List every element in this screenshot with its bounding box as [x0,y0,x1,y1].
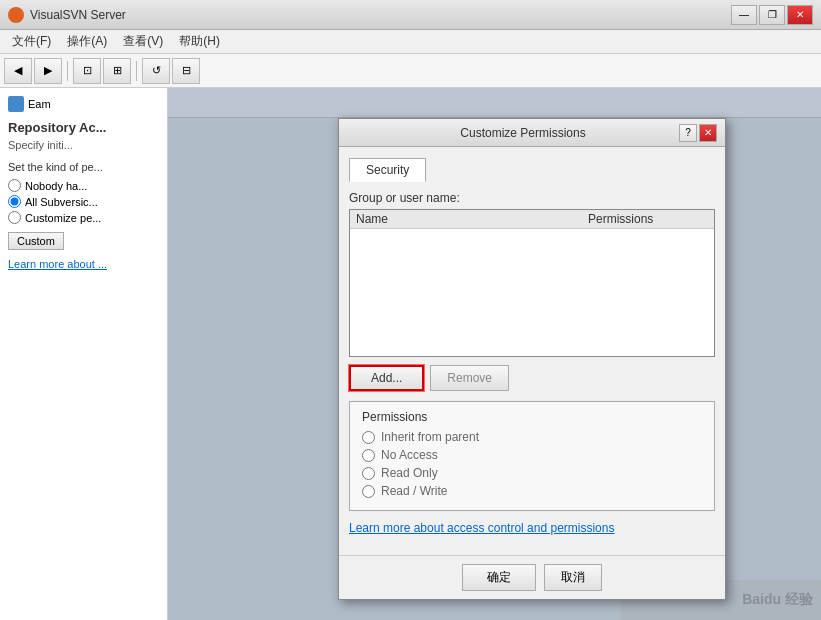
perm-read-write-label: Read / Write [381,484,447,498]
title-bar-controls: — ❐ ✕ [731,5,813,25]
button-row: Add... Remove [349,365,715,391]
window-title: VisualSVN Server [30,8,126,22]
menu-bar: 文件(F) 操作(A) 查看(V) 帮助(H) [0,30,821,54]
perm-inherit-label: Inherit from parent [381,430,479,444]
col-permissions-header: Permissions [588,212,708,226]
perm-no-access[interactable]: No Access [362,448,702,462]
main-content: Eam Repository Ac... Specify initi... Se… [0,88,821,620]
radio-custom[interactable]: Customize pe... [8,211,159,224]
perm-read-write-radio[interactable] [362,485,375,498]
radio-all-input[interactable] [8,195,21,208]
title-bar: VisualSVN Server — ❐ ✕ [0,0,821,30]
set-kind-label: Set the kind of pe... [8,161,159,173]
toolbar-btn-2[interactable]: ⊞ [103,58,131,84]
forward-button[interactable]: ▶ [34,58,62,84]
menu-action[interactable]: 操作(A) [59,31,115,52]
menu-view[interactable]: 查看(V) [115,31,171,52]
sidebar-item-eam: Eam [8,96,159,112]
back-button[interactable]: ◀ [4,58,32,84]
custom-button[interactable]: Custom [8,232,64,250]
toolbar-btn-1[interactable]: ⊡ [73,58,101,84]
dialog-body: Security Group or user name: Name Permis… [339,147,725,555]
tab-security[interactable]: Security [349,158,426,182]
restore-button[interactable]: ❐ [759,5,785,25]
radio-nobody[interactable]: Nobody ha... [8,179,159,192]
dialog-learn-more[interactable]: Learn more about access control and perm… [349,521,715,535]
group-user-listbox: Name Permissions [349,209,715,357]
menu-file[interactable]: 文件(F) [4,31,59,52]
perm-no-access-label: No Access [381,448,438,462]
permissions-title: Permissions [362,410,702,424]
radio-all[interactable]: All Subversic... [8,195,159,208]
repository-access-title: Repository Ac... [8,120,159,135]
list-body [350,229,714,351]
toolbar: ◀ ▶ ⊡ ⊞ ↺ ⊟ [0,54,821,88]
toolbar-separator-1 [67,61,68,81]
toolbar-separator-2 [136,61,137,81]
visualsvn-icon [8,7,24,23]
tab-bar: Security [349,157,715,181]
permissions-group: Permissions Inherit from parent No Acces… [349,401,715,511]
menu-help[interactable]: 帮助(H) [171,31,228,52]
dialog-footer: 确定 取消 [339,555,725,599]
ok-button[interactable]: 确定 [462,564,536,591]
radio-nobody-input[interactable] [8,179,21,192]
repository-access-subtitle: Specify initi... [8,139,159,151]
perm-read-only[interactable]: Read Only [362,466,702,480]
radio-custom-label: Customize pe... [25,212,101,224]
perm-read-only-label: Read Only [381,466,438,480]
col-name-header: Name [356,212,588,226]
dialog-titlebar: Customize Permissions ? ✕ [339,119,725,147]
perm-read-only-radio[interactable] [362,467,375,480]
dialog-title-buttons: ? ✕ [679,124,717,142]
sidebar-eam-label: Eam [28,98,51,110]
right-panel: Customize Permissions ? ✕ Security Group… [168,88,821,620]
group-user-label: Group or user name: [349,191,715,205]
dialog-help-button[interactable]: ? [679,124,697,142]
radio-all-label: All Subversic... [25,196,98,208]
customize-permissions-dialog: Customize Permissions ? ✕ Security Group… [338,118,726,600]
cancel-button[interactable]: 取消 [544,564,602,591]
add-button[interactable]: Add... [349,365,424,391]
perm-no-access-radio[interactable] [362,449,375,462]
remove-button[interactable]: Remove [430,365,509,391]
toolbar-btn-3[interactable]: ↺ [142,58,170,84]
toolbar-btn-4[interactable]: ⊟ [172,58,200,84]
perm-inherit-radio[interactable] [362,431,375,444]
access-radio-group: Nobody ha... All Subversic... Customize … [8,179,159,224]
sidebar-learn-more[interactable]: Learn more about ... [8,258,159,270]
perm-inherit[interactable]: Inherit from parent [362,430,702,444]
eam-icon [8,96,24,112]
list-header: Name Permissions [350,210,714,229]
perm-read-write[interactable]: Read / Write [362,484,702,498]
sidebar: Eam Repository Ac... Specify initi... Se… [0,88,168,620]
title-bar-left: VisualSVN Server [8,7,126,23]
close-button[interactable]: ✕ [787,5,813,25]
minimize-button[interactable]: — [731,5,757,25]
radio-nobody-label: Nobody ha... [25,180,87,192]
dialog-close-button[interactable]: ✕ [699,124,717,142]
radio-custom-input[interactable] [8,211,21,224]
dialog-title: Customize Permissions [367,126,679,140]
